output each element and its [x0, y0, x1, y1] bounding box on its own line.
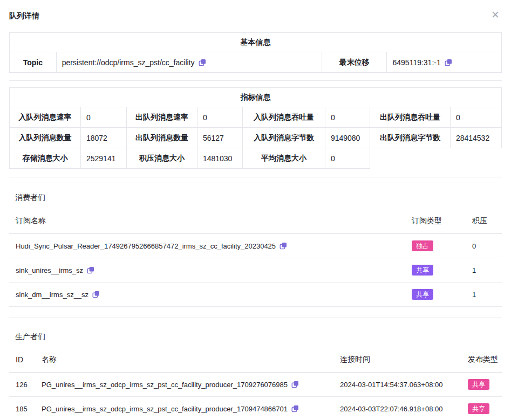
- copy-subscription-button[interactable]: [280, 242, 287, 250]
- producer-connect-time: 2024-03-03T22:07:46.918+08:00: [333, 397, 461, 420]
- metric-label: 入队列消息数量: [10, 128, 81, 148]
- table-row: sink_dm__irms_sz__sz 共享 1: [9, 283, 502, 307]
- producer-id: 185: [9, 397, 35, 420]
- divider: [9, 177, 502, 177]
- metric-value: 2529141: [80, 148, 126, 169]
- metric-label: 入队列消息字节数: [242, 128, 325, 148]
- column-header-subscription-type: 订阅类型: [405, 209, 466, 234]
- copy-icon: [280, 242, 287, 250]
- column-header-backlog: 积压: [466, 209, 502, 234]
- column-header-publish-type: 发布类型: [461, 348, 502, 373]
- copy-offset-button[interactable]: [445, 59, 452, 66]
- producers-header-row: ID 名称 连接时间 发布类型: [9, 348, 502, 373]
- subscription-name-cell: sink_dm__irms_sz__sz: [9, 283, 405, 307]
- last-offset-value-cell: 6495119:31:-1: [387, 52, 502, 73]
- metric-label: 平均消息大小: [242, 148, 325, 169]
- basic-info-table: 基本信息 Topic persistent://odcp/irms_sz_pst…: [9, 32, 502, 73]
- consumers-header-row: 订阅名称 订阅类型 积压: [9, 209, 502, 234]
- metric-value: 9149080: [325, 128, 370, 148]
- subscription-name: Hudi_Sync_Pulsar_Reader_1749267952666857…: [16, 242, 276, 250]
- consumers-section-title: 消费者们: [9, 193, 502, 203]
- close-button[interactable]: ✕: [489, 9, 502, 21]
- dialog-header: 队列详情 ✕: [9, 0, 502, 21]
- copy-icon: [445, 59, 452, 66]
- subscription-type-cell: 独占: [405, 234, 466, 258]
- column-header-id: ID: [9, 348, 35, 373]
- copy-producer-button[interactable]: [291, 405, 299, 412]
- producers-table: ID 名称 连接时间 发布类型 126 PG_unires__irms_sz_o…: [9, 348, 502, 420]
- table-row: Hudi_Sync_Pulsar_Reader_1749267952666857…: [9, 234, 502, 258]
- table-row: 存储消息大小 2529141 积压消息大小 1481030 平均消息大小 0: [10, 148, 502, 169]
- copy-subscription-button[interactable]: [87, 266, 94, 274]
- metric-value: 1481030: [197, 148, 242, 169]
- copy-producer-button[interactable]: [291, 381, 299, 388]
- metric-value: 18072: [80, 128, 126, 148]
- publish-type-badge: 共享: [468, 379, 489, 390]
- metric-label: 出队列消息字节数: [370, 128, 450, 148]
- subscription-name-cell: Hudi_Sync_Pulsar_Reader_1749267952666857…: [9, 234, 405, 258]
- backlog-value: 1: [466, 283, 502, 307]
- copy-icon: [87, 266, 94, 274]
- table-row: 入队列消息速率 0 出队列消息速率 0 入队列消息吞吐量 0 出队列消息吞吐量 …: [10, 107, 502, 128]
- basic-info-header: 基本信息: [10, 33, 502, 52]
- copy-subscription-button[interactable]: [92, 291, 100, 298]
- subscription-type-badge: 独占: [412, 240, 433, 251]
- publish-type-cell: 共享: [461, 373, 502, 397]
- subscription-type-cell: 共享: [405, 283, 466, 307]
- metrics-table: 指标信息 入队列消息速率 0 出队列消息速率 0 入队列消息吞吐量 0 出队列消…: [9, 87, 502, 169]
- table-row: 126 PG_unires__irms_sz_odcp_irms_sz_pst_…: [9, 373, 502, 397]
- empty-cell: [370, 148, 501, 169]
- metric-value: 0: [325, 148, 370, 169]
- metric-value: 56127: [197, 128, 242, 148]
- backlog-value: 0: [466, 234, 502, 258]
- producer-id: 126: [9, 373, 35, 397]
- topic-label: Topic: [10, 52, 57, 73]
- topic-value: persistent://odcp/irms_sz_pst/cc_facilit…: [62, 58, 195, 67]
- page-title: 队列详情: [9, 11, 39, 21]
- producer-name-cell: PG_unires__irms_sz_odcp_irms_sz_pst_cc_f…: [35, 373, 333, 397]
- metric-label: 入队列消息吞吐量: [242, 107, 325, 128]
- metric-label: 出队列消息吞吐量: [370, 107, 450, 128]
- metrics-header: 指标信息: [10, 88, 502, 107]
- subscription-name: sink_dm__irms_sz__sz: [16, 291, 88, 299]
- backlog-value: 1: [466, 258, 502, 283]
- producer-name: PG_unires__irms_sz_odcp_irms_sz_pst_cc_f…: [42, 405, 288, 413]
- copy-icon: [291, 381, 299, 388]
- table-row: 入队列消息数量 18072 出队列消息数量 56127 入队列消息字节数 914…: [10, 128, 502, 148]
- last-offset-label: 最末位移: [322, 52, 387, 73]
- producer-name: PG_unires__irms_sz_odcp_irms_sz_pst_cc_f…: [42, 381, 288, 389]
- divider: [9, 80, 502, 81]
- consumers-table: 订阅名称 订阅类型 积压 Hudi_Sync_Pulsar_Reader_174…: [9, 209, 502, 307]
- subscription-type-badge: 共享: [412, 265, 433, 276]
- subscription-name-cell: sink_unires__irms_sz: [9, 258, 405, 283]
- table-row: 185 PG_unires__irms_sz_odcp_irms_sz_pst_…: [9, 397, 502, 420]
- metric-value: 0: [80, 107, 126, 128]
- metric-value: 0: [325, 107, 370, 128]
- topic-value-cell: persistent://odcp/irms_sz_pst/cc_facilit…: [56, 52, 322, 73]
- metric-label: 出队列消息数量: [126, 128, 197, 148]
- copy-icon: [199, 59, 206, 66]
- subscription-type-cell: 共享: [405, 258, 466, 283]
- table-row: sink_unires__irms_sz 共享 1: [9, 258, 502, 283]
- metric-value: 0: [450, 107, 501, 128]
- subscription-name: sink_unires__irms_sz: [16, 266, 83, 274]
- producer-connect-time: 2024-03-01T14:54:37.063+08:00: [333, 373, 461, 397]
- metric-value: 0: [197, 107, 242, 128]
- metric-value: 28414532: [450, 128, 501, 148]
- copy-icon: [92, 291, 100, 298]
- metric-label: 存储消息大小: [10, 148, 81, 169]
- queue-detail-dialog: 队列详情 ✕ 基本信息 Topic persistent://odcp/irms…: [0, 0, 511, 420]
- column-header-subscription-name: 订阅名称: [9, 209, 405, 234]
- column-header-name: 名称: [35, 348, 333, 373]
- close-icon: ✕: [491, 9, 500, 20]
- copy-topic-button[interactable]: [199, 59, 206, 66]
- metric-label: 出队列消息速率: [126, 107, 197, 128]
- last-offset-value: 6495119:31:-1: [392, 58, 440, 67]
- metric-label: 入队列消息速率: [10, 107, 81, 128]
- producers-section-title: 生产者们: [9, 332, 502, 342]
- divider: [9, 318, 502, 318]
- column-header-connect-time: 连接时间: [333, 348, 461, 373]
- table-row: Topic persistent://odcp/irms_sz_pst/cc_f…: [10, 52, 502, 73]
- copy-icon: [291, 405, 299, 412]
- publish-type-badge: 共享: [468, 403, 489, 414]
